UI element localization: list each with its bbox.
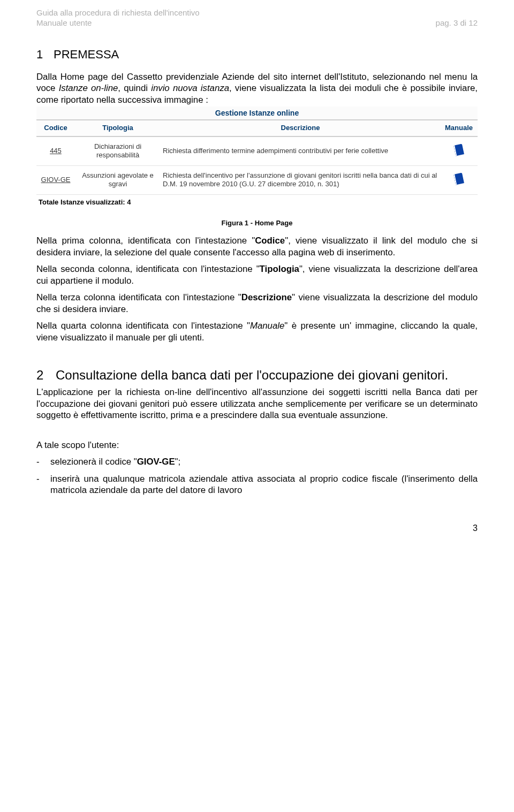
section-heading: 1 PREMESSA bbox=[36, 47, 478, 62]
section-title-text: Consultazione della banca dati per l'occ… bbox=[56, 368, 448, 383]
dash-bullet: - bbox=[36, 456, 50, 468]
tipologia-cell: Assunzioni agevolate e sgravi bbox=[75, 165, 161, 194]
document-header: Guida alla procedura di richiesta dell'i… bbox=[36, 7, 478, 28]
embedded-screenshot: Gestione Istanze online Codice Tipologia… bbox=[36, 107, 478, 210]
table-row: GIOV-GE Assunzioni agevolate e sgravi Ri… bbox=[36, 165, 478, 194]
istanze-table: Codice Tipologia Descrizione Manuale 445… bbox=[36, 120, 478, 195]
body-paragraph: Nella prima colonna, identificata con l'… bbox=[36, 235, 478, 258]
manual-icon[interactable] bbox=[453, 143, 464, 156]
list-item: - selezionerà il codice "GIOV-GE"; bbox=[36, 456, 478, 468]
codice-link[interactable]: 445 bbox=[36, 136, 75, 166]
manual-icon[interactable] bbox=[453, 173, 464, 185]
codice-link[interactable]: GIOV-GE bbox=[36, 165, 75, 194]
section-heading: 2 Consultazione della banca dati per l'o… bbox=[36, 368, 478, 383]
dash-list: - selezionerà il codice "GIOV-GE"; - ins… bbox=[36, 456, 478, 496]
header-title: Guida alla procedura di richiesta dell'i… bbox=[36, 7, 478, 18]
descrizione-cell: Richiesta dell'incentivo per l'assunzion… bbox=[161, 165, 440, 194]
table-header-row: Codice Tipologia Descrizione Manuale bbox=[36, 120, 478, 136]
header-page-indicator: pag. 3 di 12 bbox=[436, 18, 478, 28]
body-paragraph: Nella quarta colonna identificata con l'… bbox=[36, 320, 478, 343]
col-manuale: Manuale bbox=[440, 120, 478, 136]
totale-istanze: Totale Istanze visualizzati: 4 bbox=[36, 195, 478, 210]
intro-paragraph: Dalla Home page del Cassetto previdenzia… bbox=[36, 71, 478, 106]
dash-bullet: - bbox=[36, 473, 50, 496]
panel-title: Gestione Istanze online bbox=[36, 107, 478, 120]
col-tipologia: Tipologia bbox=[75, 120, 161, 136]
page-number: 3 bbox=[36, 523, 478, 534]
header-subtitle: Manuale utente bbox=[36, 18, 92, 28]
section-number: 2 bbox=[36, 368, 56, 383]
figure-caption: Figura 1 - Home Page bbox=[36, 219, 478, 228]
col-codice: Codice bbox=[36, 120, 75, 136]
table-row: 445 Dichiarazioni di responsabilità Rich… bbox=[36, 136, 478, 166]
col-descrizione: Descrizione bbox=[161, 120, 440, 136]
body-paragraph: Nella seconda colonna, identificata con … bbox=[36, 263, 478, 286]
section-number: 1 bbox=[36, 47, 54, 62]
tipologia-cell: Dichiarazioni di responsabilità bbox=[75, 136, 161, 166]
descrizione-cell: Richiesta differimento termine adempimen… bbox=[161, 136, 440, 166]
body-paragraph: Nella terza colonna identificata con l'i… bbox=[36, 292, 478, 315]
list-item: - inserirà una qualunque matricola azien… bbox=[36, 473, 478, 496]
sub-heading: A tale scopo l'utente: bbox=[36, 439, 478, 451]
body-paragraph: L'applicazione per la richiesta on-line … bbox=[36, 386, 478, 421]
section-title-text: PREMESSA bbox=[54, 47, 119, 62]
